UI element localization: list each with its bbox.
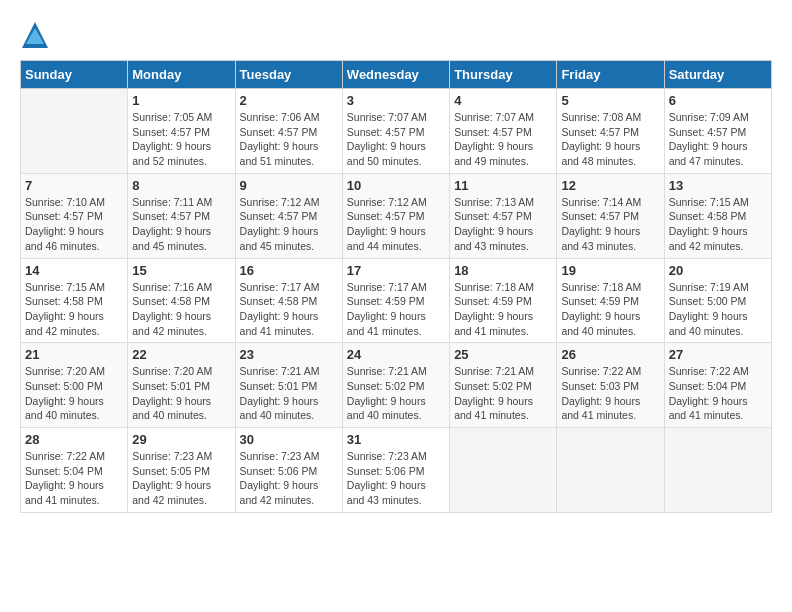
calendar-week-4: 21Sunrise: 7:20 AMSunset: 5:00 PMDayligh… xyxy=(21,343,772,428)
calendar-cell: 23Sunrise: 7:21 AMSunset: 5:01 PMDayligh… xyxy=(235,343,342,428)
day-info: Sunrise: 7:19 AMSunset: 5:00 PMDaylight:… xyxy=(669,280,767,339)
day-number: 22 xyxy=(132,347,230,362)
day-info: Sunrise: 7:09 AMSunset: 4:57 PMDaylight:… xyxy=(669,110,767,169)
day-number: 9 xyxy=(240,178,338,193)
day-number: 24 xyxy=(347,347,445,362)
calendar-cell: 25Sunrise: 7:21 AMSunset: 5:02 PMDayligh… xyxy=(450,343,557,428)
day-number: 3 xyxy=(347,93,445,108)
day-info: Sunrise: 7:20 AMSunset: 5:00 PMDaylight:… xyxy=(25,364,123,423)
day-number: 26 xyxy=(561,347,659,362)
day-header-monday: Monday xyxy=(128,61,235,89)
day-info: Sunrise: 7:16 AMSunset: 4:58 PMDaylight:… xyxy=(132,280,230,339)
page-header xyxy=(20,20,772,50)
day-info: Sunrise: 7:10 AMSunset: 4:57 PMDaylight:… xyxy=(25,195,123,254)
day-number: 30 xyxy=(240,432,338,447)
calendar-cell xyxy=(664,428,771,513)
day-info: Sunrise: 7:23 AMSunset: 5:05 PMDaylight:… xyxy=(132,449,230,508)
day-header-wednesday: Wednesday xyxy=(342,61,449,89)
calendar-cell: 15Sunrise: 7:16 AMSunset: 4:58 PMDayligh… xyxy=(128,258,235,343)
calendar-cell: 7Sunrise: 7:10 AMSunset: 4:57 PMDaylight… xyxy=(21,173,128,258)
day-info: Sunrise: 7:12 AMSunset: 4:57 PMDaylight:… xyxy=(347,195,445,254)
day-number: 5 xyxy=(561,93,659,108)
calendar-cell: 21Sunrise: 7:20 AMSunset: 5:00 PMDayligh… xyxy=(21,343,128,428)
day-header-thursday: Thursday xyxy=(450,61,557,89)
day-info: Sunrise: 7:21 AMSunset: 5:02 PMDaylight:… xyxy=(347,364,445,423)
day-info: Sunrise: 7:21 AMSunset: 5:01 PMDaylight:… xyxy=(240,364,338,423)
day-number: 23 xyxy=(240,347,338,362)
calendar-week-5: 28Sunrise: 7:22 AMSunset: 5:04 PMDayligh… xyxy=(21,428,772,513)
calendar-cell: 29Sunrise: 7:23 AMSunset: 5:05 PMDayligh… xyxy=(128,428,235,513)
day-number: 16 xyxy=(240,263,338,278)
day-number: 12 xyxy=(561,178,659,193)
day-info: Sunrise: 7:08 AMSunset: 4:57 PMDaylight:… xyxy=(561,110,659,169)
calendar-week-1: 1Sunrise: 7:05 AMSunset: 4:57 PMDaylight… xyxy=(21,89,772,174)
calendar-header-row: SundayMondayTuesdayWednesdayThursdayFrid… xyxy=(21,61,772,89)
day-info: Sunrise: 7:15 AMSunset: 4:58 PMDaylight:… xyxy=(25,280,123,339)
calendar-cell: 19Sunrise: 7:18 AMSunset: 4:59 PMDayligh… xyxy=(557,258,664,343)
calendar-cell: 20Sunrise: 7:19 AMSunset: 5:00 PMDayligh… xyxy=(664,258,771,343)
calendar-cell: 28Sunrise: 7:22 AMSunset: 5:04 PMDayligh… xyxy=(21,428,128,513)
calendar-cell: 18Sunrise: 7:18 AMSunset: 4:59 PMDayligh… xyxy=(450,258,557,343)
day-info: Sunrise: 7:12 AMSunset: 4:57 PMDaylight:… xyxy=(240,195,338,254)
day-number: 21 xyxy=(25,347,123,362)
day-number: 29 xyxy=(132,432,230,447)
day-number: 31 xyxy=(347,432,445,447)
calendar-cell: 2Sunrise: 7:06 AMSunset: 4:57 PMDaylight… xyxy=(235,89,342,174)
calendar-cell: 30Sunrise: 7:23 AMSunset: 5:06 PMDayligh… xyxy=(235,428,342,513)
day-info: Sunrise: 7:18 AMSunset: 4:59 PMDaylight:… xyxy=(454,280,552,339)
day-number: 14 xyxy=(25,263,123,278)
day-number: 25 xyxy=(454,347,552,362)
day-number: 6 xyxy=(669,93,767,108)
calendar-cell: 31Sunrise: 7:23 AMSunset: 5:06 PMDayligh… xyxy=(342,428,449,513)
calendar-cell: 4Sunrise: 7:07 AMSunset: 4:57 PMDaylight… xyxy=(450,89,557,174)
day-number: 18 xyxy=(454,263,552,278)
calendar-cell xyxy=(450,428,557,513)
calendar-cell: 3Sunrise: 7:07 AMSunset: 4:57 PMDaylight… xyxy=(342,89,449,174)
day-info: Sunrise: 7:23 AMSunset: 5:06 PMDaylight:… xyxy=(240,449,338,508)
calendar-cell xyxy=(557,428,664,513)
day-number: 8 xyxy=(132,178,230,193)
day-info: Sunrise: 7:13 AMSunset: 4:57 PMDaylight:… xyxy=(454,195,552,254)
calendar-cell: 8Sunrise: 7:11 AMSunset: 4:57 PMDaylight… xyxy=(128,173,235,258)
day-info: Sunrise: 7:22 AMSunset: 5:04 PMDaylight:… xyxy=(669,364,767,423)
calendar-cell: 14Sunrise: 7:15 AMSunset: 4:58 PMDayligh… xyxy=(21,258,128,343)
day-header-saturday: Saturday xyxy=(664,61,771,89)
calendar-cell: 27Sunrise: 7:22 AMSunset: 5:04 PMDayligh… xyxy=(664,343,771,428)
calendar-cell: 9Sunrise: 7:12 AMSunset: 4:57 PMDaylight… xyxy=(235,173,342,258)
day-number: 2 xyxy=(240,93,338,108)
day-header-sunday: Sunday xyxy=(21,61,128,89)
day-info: Sunrise: 7:11 AMSunset: 4:57 PMDaylight:… xyxy=(132,195,230,254)
calendar-cell: 11Sunrise: 7:13 AMSunset: 4:57 PMDayligh… xyxy=(450,173,557,258)
day-info: Sunrise: 7:07 AMSunset: 4:57 PMDaylight:… xyxy=(454,110,552,169)
day-number: 4 xyxy=(454,93,552,108)
calendar-cell: 24Sunrise: 7:21 AMSunset: 5:02 PMDayligh… xyxy=(342,343,449,428)
day-number: 10 xyxy=(347,178,445,193)
day-number: 11 xyxy=(454,178,552,193)
day-number: 28 xyxy=(25,432,123,447)
day-info: Sunrise: 7:22 AMSunset: 5:04 PMDaylight:… xyxy=(25,449,123,508)
day-info: Sunrise: 7:07 AMSunset: 4:57 PMDaylight:… xyxy=(347,110,445,169)
day-header-tuesday: Tuesday xyxy=(235,61,342,89)
calendar-cell: 26Sunrise: 7:22 AMSunset: 5:03 PMDayligh… xyxy=(557,343,664,428)
day-info: Sunrise: 7:22 AMSunset: 5:03 PMDaylight:… xyxy=(561,364,659,423)
day-number: 17 xyxy=(347,263,445,278)
day-info: Sunrise: 7:15 AMSunset: 4:58 PMDaylight:… xyxy=(669,195,767,254)
calendar-cell: 22Sunrise: 7:20 AMSunset: 5:01 PMDayligh… xyxy=(128,343,235,428)
day-info: Sunrise: 7:06 AMSunset: 4:57 PMDaylight:… xyxy=(240,110,338,169)
calendar-cell: 10Sunrise: 7:12 AMSunset: 4:57 PMDayligh… xyxy=(342,173,449,258)
day-number: 19 xyxy=(561,263,659,278)
day-info: Sunrise: 7:05 AMSunset: 4:57 PMDaylight:… xyxy=(132,110,230,169)
day-number: 20 xyxy=(669,263,767,278)
logo-icon xyxy=(20,20,50,50)
day-number: 7 xyxy=(25,178,123,193)
calendar-week-2: 7Sunrise: 7:10 AMSunset: 4:57 PMDaylight… xyxy=(21,173,772,258)
day-info: Sunrise: 7:21 AMSunset: 5:02 PMDaylight:… xyxy=(454,364,552,423)
day-number: 13 xyxy=(669,178,767,193)
calendar-cell: 5Sunrise: 7:08 AMSunset: 4:57 PMDaylight… xyxy=(557,89,664,174)
calendar-cell: 1Sunrise: 7:05 AMSunset: 4:57 PMDaylight… xyxy=(128,89,235,174)
calendar-cell xyxy=(21,89,128,174)
day-number: 1 xyxy=(132,93,230,108)
day-info: Sunrise: 7:17 AMSunset: 4:59 PMDaylight:… xyxy=(347,280,445,339)
day-info: Sunrise: 7:20 AMSunset: 5:01 PMDaylight:… xyxy=(132,364,230,423)
calendar-cell: 12Sunrise: 7:14 AMSunset: 4:57 PMDayligh… xyxy=(557,173,664,258)
